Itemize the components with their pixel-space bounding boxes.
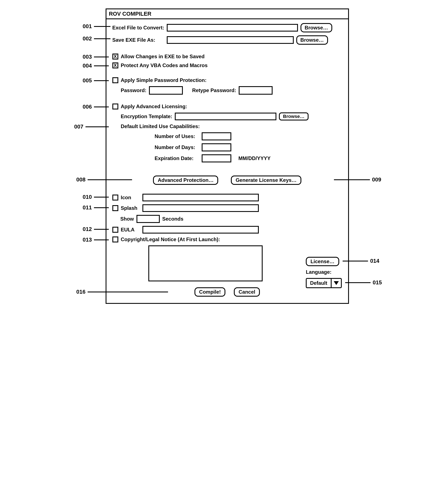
row-eula: 012 EULA bbox=[112, 226, 342, 234]
ref-013: 013 bbox=[83, 236, 109, 243]
ref-016: 016 bbox=[76, 289, 168, 295]
ref-012: 012 bbox=[83, 226, 109, 233]
protect-vba-checkbox[interactable] bbox=[112, 63, 118, 68]
simple-password-label: Apply Simple Password Protection: bbox=[121, 77, 207, 83]
save-exe-label: Save EXE File As: bbox=[112, 37, 155, 43]
row-protection-buttons: 008 Advanced Protection… Generate Licens… bbox=[112, 176, 342, 185]
advanced-licensing-checkbox[interactable] bbox=[112, 103, 118, 109]
bottom-button-row: 016 Compile! Cancel bbox=[112, 287, 342, 297]
row-allow-changes: 003 Allow Changes in EXE to be Saved bbox=[112, 53, 342, 60]
ref-007: 007 bbox=[74, 123, 109, 130]
ref-005-num: 005 bbox=[83, 77, 92, 84]
row-protect-vba: 004 Protect Any VBA Codes and Macros bbox=[112, 63, 342, 68]
date-format-label: MM/DD/YYYY bbox=[239, 155, 271, 161]
row-save-exe: 002 Save EXE File As: Browse… bbox=[112, 35, 342, 45]
seconds-label: Seconds bbox=[162, 216, 183, 222]
row-copyright: 013 Copyright/Legal Notice (At First Lau… bbox=[112, 236, 342, 242]
allow-changes-checkbox[interactable] bbox=[112, 53, 118, 60]
compile-button[interactable]: Compile! bbox=[194, 287, 225, 297]
ref-002: 002 bbox=[83, 35, 111, 42]
splash-seconds-input[interactable] bbox=[137, 215, 160, 223]
icon-path-input[interactable] bbox=[143, 194, 259, 201]
ref-007-num: 007 bbox=[74, 123, 83, 130]
excel-file-label: Excel File to Convert: bbox=[112, 25, 164, 31]
browse-excel-button[interactable]: Browse… bbox=[301, 23, 332, 33]
icon-checkbox[interactable] bbox=[112, 195, 118, 201]
exp-date-label: Expiration Date: bbox=[155, 155, 199, 161]
ref-011-num: 011 bbox=[83, 204, 92, 211]
browse-template-button[interactable]: Browse… bbox=[279, 112, 308, 120]
ref-009-num: 009 bbox=[372, 176, 381, 183]
row-advanced-licensing: 006 Apply Advanced Licensing: bbox=[112, 103, 342, 109]
license-language-block: License… 014 Language: Default 015 bbox=[306, 257, 342, 288]
ref-008-num: 008 bbox=[76, 176, 85, 183]
ref-006: 006 bbox=[83, 103, 109, 110]
ref-009: 009 bbox=[334, 176, 381, 183]
row-simple-password: 005 Apply Simple Password Protection: bbox=[112, 77, 342, 83]
eula-label: EULA bbox=[121, 227, 140, 233]
save-exe-input[interactable] bbox=[167, 36, 294, 44]
excel-file-input[interactable] bbox=[167, 24, 298, 32]
advanced-licensing-label: Apply Advanced Licensing: bbox=[121, 103, 187, 109]
num-days-label: Number of Days: bbox=[155, 144, 199, 150]
row-excel-file: 001 Excel File to Convert: Browse… bbox=[112, 23, 342, 33]
ref-003-num: 003 bbox=[83, 53, 92, 60]
row-num-uses: Number of Uses: bbox=[112, 132, 342, 140]
retype-password-input[interactable] bbox=[239, 86, 272, 95]
ref-014-num: 014 bbox=[370, 258, 379, 264]
ref-002-num: 002 bbox=[83, 35, 92, 42]
splash-path-input[interactable] bbox=[143, 204, 259, 212]
ref-010-num: 010 bbox=[83, 194, 92, 200]
simple-password-checkbox[interactable] bbox=[112, 77, 118, 83]
row-default-limited: 007 Default Limited Use Capabilities: bbox=[112, 123, 342, 129]
protect-vba-label: Protect Any VBA Codes and Macros bbox=[121, 63, 208, 68]
copyright-textarea[interactable] bbox=[148, 245, 263, 281]
copyright-checkbox[interactable] bbox=[112, 236, 118, 242]
num-uses-input[interactable] bbox=[202, 132, 231, 140]
row-exp-date: Expiration Date: MM/DD/YYYY bbox=[112, 154, 342, 162]
password-input[interactable] bbox=[149, 86, 183, 95]
ref-005: 005 bbox=[83, 77, 109, 84]
row-splash-seconds: Show Seconds bbox=[112, 215, 342, 223]
encryption-template-label: Encryption Template: bbox=[121, 114, 173, 119]
ref-016-num: 016 bbox=[76, 289, 85, 295]
ref-012-num: 012 bbox=[83, 226, 92, 233]
retype-password-label: Retype Password: bbox=[192, 87, 236, 93]
show-label: Show bbox=[120, 216, 134, 222]
row-encryption-template: Encryption Template: Browse… bbox=[112, 112, 342, 120]
default-limited-label: Default Limited Use Capabilities: bbox=[121, 123, 200, 129]
ref-010: 010 bbox=[83, 194, 109, 200]
icon-label: Icon bbox=[121, 195, 140, 201]
ref-006-num: 006 bbox=[83, 103, 92, 110]
splash-label: Splash bbox=[121, 205, 140, 211]
ref-008: 008 bbox=[76, 176, 132, 183]
browse-save-button[interactable]: Browse… bbox=[296, 35, 328, 45]
ref-004-num: 004 bbox=[83, 63, 92, 69]
language-label: Language: bbox=[306, 269, 331, 275]
exp-date-input[interactable] bbox=[202, 154, 231, 162]
row-icon: 010 Icon bbox=[112, 194, 342, 201]
allow-changes-label: Allow Changes in EXE to be Saved bbox=[121, 53, 205, 60]
ref-015: 015 bbox=[345, 279, 382, 286]
encryption-template-input[interactable] bbox=[175, 113, 276, 120]
row-password-fields: Password: Retype Password: bbox=[112, 86, 342, 95]
splash-checkbox[interactable] bbox=[112, 205, 118, 211]
advanced-protection-button[interactable]: Advanced Protection… bbox=[153, 176, 218, 185]
chevron-down-icon bbox=[332, 279, 341, 287]
ref-001-num: 001 bbox=[83, 23, 92, 30]
language-select[interactable]: Default bbox=[306, 278, 342, 288]
eula-path-input[interactable] bbox=[143, 226, 259, 234]
ref-001: 001 bbox=[83, 23, 111, 30]
password-label: Password: bbox=[121, 87, 146, 93]
generate-license-keys-button[interactable]: Generate License Keys… bbox=[231, 176, 301, 185]
copyright-label: Copyright/Legal Notice (At First Launch)… bbox=[121, 236, 220, 242]
cancel-button[interactable]: Cancel bbox=[234, 287, 260, 297]
ref-004: 004 bbox=[83, 63, 109, 69]
num-days-input[interactable] bbox=[202, 143, 231, 151]
num-uses-label: Number of Uses: bbox=[155, 134, 199, 139]
license-button[interactable]: License… bbox=[306, 257, 339, 266]
ref-013-num: 013 bbox=[83, 236, 92, 243]
ref-003: 003 bbox=[83, 53, 109, 60]
rov-compiler-window: ROV COMPILER 001 Excel File to Convert: … bbox=[106, 8, 349, 304]
eula-checkbox[interactable] bbox=[112, 227, 118, 233]
